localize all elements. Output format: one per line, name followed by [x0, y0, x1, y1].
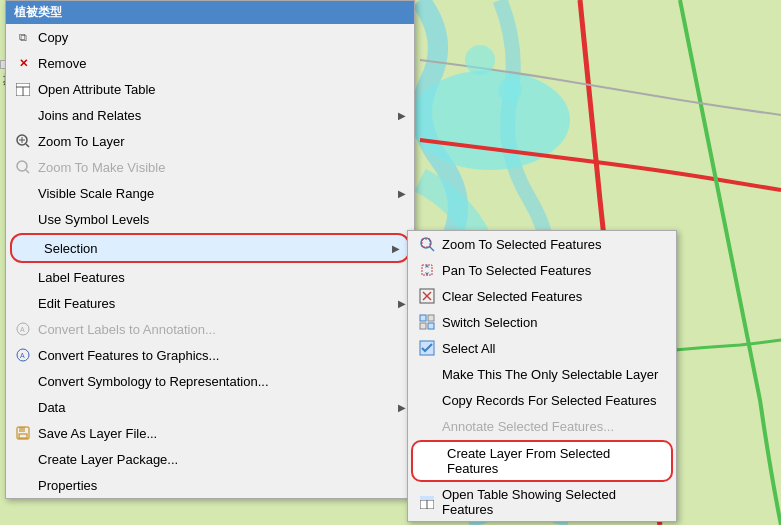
- selection-arrow-icon: ▶: [392, 243, 400, 254]
- menu-item-properties[interactable]: Properties: [6, 472, 414, 498]
- menu-item-edit-features[interactable]: Edit Features ▶: [6, 290, 414, 316]
- menu-label-symbol-levels: Use Symbol Levels: [38, 212, 406, 227]
- svg-point-19: [17, 161, 27, 171]
- menu-item-zoom-layer[interactable]: Zoom To Layer: [6, 128, 414, 154]
- menu-label-save-layer: Save As Layer File...: [38, 426, 406, 441]
- svg-text:A: A: [20, 326, 25, 333]
- menu-item-label-features[interactable]: Label Features: [6, 264, 414, 290]
- create-layer-icon: [423, 452, 441, 470]
- copy-records-icon: [418, 391, 436, 409]
- menu-label-convert-symbology: Convert Symbology to Representation...: [38, 374, 406, 389]
- only-selectable-icon: [418, 365, 436, 383]
- svg-point-3: [465, 45, 495, 75]
- svg-line-20: [26, 170, 29, 173]
- menu-item-joins-relates[interactable]: Joins and Relates ▶: [6, 102, 414, 128]
- submenu-item-create-layer[interactable]: Create Layer From Selected Features: [411, 440, 673, 482]
- menu-item-copy[interactable]: ⧉ Copy: [6, 24, 414, 50]
- edit-features-icon: [14, 294, 32, 312]
- joins-icon: [14, 106, 32, 124]
- menu-label-label-features: Label Features: [38, 270, 406, 285]
- submenu-label-zoom-selected: Zoom To Selected Features: [442, 237, 666, 252]
- save-layer-icon: [14, 424, 32, 442]
- submenu-label-select-all: Select All: [442, 341, 666, 356]
- submenu-item-only-selectable[interactable]: Make This The Only Selectable Layer: [408, 361, 676, 387]
- menu-label-selection: Selection: [44, 241, 386, 256]
- x-icon: ✕: [14, 54, 32, 72]
- menu-label-convert-graphics: Convert Features to Graphics...: [38, 348, 406, 363]
- menu-item-data[interactable]: Data ▶: [6, 394, 414, 420]
- create-package-icon: [14, 450, 32, 468]
- menu-item-open-attr-table[interactable]: Open Attribute Table: [6, 76, 414, 102]
- convert-symbology-icon: [14, 372, 32, 390]
- menu-item-zoom-visible[interactable]: Zoom To Make Visible: [6, 154, 414, 180]
- annotate-selected-icon: [418, 417, 436, 435]
- svg-line-29: [430, 247, 434, 251]
- data-arrow-icon: ▶: [398, 402, 406, 413]
- submenu-item-clear-selected[interactable]: Clear Selected Features: [408, 283, 676, 309]
- menu-item-convert-annotation[interactable]: A Convert Labels to Annotation...: [6, 316, 414, 342]
- properties-icon: [14, 476, 32, 494]
- menu-item-convert-graphics[interactable]: A Convert Features to Graphics...: [6, 342, 414, 368]
- submenu-label-create-layer: Create Layer From Selected Features: [447, 446, 661, 476]
- menu-label-joins: Joins and Relates: [38, 108, 392, 123]
- svg-line-16: [26, 144, 29, 147]
- submenu-label-annotate-selected: Annotate Selected Features...: [442, 419, 666, 434]
- svg-rect-35: [420, 315, 426, 321]
- menu-label-remove: Remove: [38, 56, 406, 71]
- submenu-label-copy-records: Copy Records For Selected Features: [442, 393, 666, 408]
- convert-annotation-icon: A: [14, 320, 32, 338]
- context-menu: 植被类型 ⧉ Copy ✕ Remove Open Attribute Tabl…: [5, 0, 415, 499]
- menu-item-remove[interactable]: ✕ Remove: [6, 50, 414, 76]
- submenu-item-open-table-selected[interactable]: Open Table Showing Selected Features: [408, 483, 676, 521]
- joins-arrow-icon: ▶: [398, 110, 406, 121]
- submenu-item-zoom-selected[interactable]: Zoom To Selected Features: [408, 231, 676, 257]
- table-icon: [14, 80, 32, 98]
- submenu-item-pan-selected[interactable]: Pan To Selected Features: [408, 257, 676, 283]
- submenu-item-switch-selection[interactable]: Switch Selection: [408, 309, 676, 335]
- menu-label-data: Data: [38, 400, 392, 415]
- label-features-icon: [14, 268, 32, 286]
- submenu-label-switch-selection: Switch Selection: [442, 315, 666, 330]
- menu-item-save-layer[interactable]: Save As Layer File...: [6, 420, 414, 446]
- menu-label-copy: Copy: [38, 30, 406, 45]
- submenu-item-copy-records[interactable]: Copy Records For Selected Features: [408, 387, 676, 413]
- zoom-selected-icon: [418, 235, 436, 253]
- svg-rect-38: [428, 315, 434, 321]
- menu-item-selection[interactable]: Selection ▶: [10, 233, 410, 263]
- submenu-item-annotate-selected[interactable]: Annotate Selected Features...: [408, 413, 676, 439]
- submenu-label-clear-selected: Clear Selected Features: [442, 289, 666, 304]
- svg-rect-43: [420, 496, 434, 500]
- menu-label-zoom-layer: Zoom To Layer: [38, 134, 406, 149]
- svg-rect-36: [428, 323, 434, 329]
- submenu-label-pan-selected: Pan To Selected Features: [442, 263, 666, 278]
- edit-features-arrow-icon: ▶: [398, 298, 406, 309]
- clear-selected-icon: [418, 287, 436, 305]
- visible-scale-arrow-icon: ▶: [398, 188, 406, 199]
- convert-graphics-icon: A: [14, 346, 32, 364]
- menu-item-create-package[interactable]: Create Layer Package...: [6, 446, 414, 472]
- menu-item-symbol-levels[interactable]: Use Symbol Levels: [6, 206, 414, 232]
- menu-label-convert-annotation: Convert Labels to Annotation...: [38, 322, 406, 337]
- pan-selected-icon: [418, 261, 436, 279]
- svg-rect-30: [422, 239, 430, 247]
- submenu-label-only-selectable: Make This The Only Selectable Layer: [442, 367, 666, 382]
- selection-icon: [20, 239, 38, 257]
- table-selected-icon: [418, 493, 436, 511]
- svg-point-4: [498, 78, 522, 102]
- select-all-icon: [418, 339, 436, 357]
- menu-item-convert-symbology[interactable]: Convert Symbology to Representation...: [6, 368, 414, 394]
- menu-label-edit-features: Edit Features: [38, 296, 392, 311]
- menu-label-visible-scale: Visible Scale Range: [38, 186, 392, 201]
- submenu-item-select-all[interactable]: Select All: [408, 335, 676, 361]
- zoom-visible-icon: [14, 158, 32, 176]
- svg-rect-27: [19, 434, 27, 438]
- copy-icon: ⧉: [14, 28, 32, 46]
- data-icon: [14, 398, 32, 416]
- menu-header: 植被类型: [6, 1, 414, 24]
- submenu-label-open-table-selected: Open Table Showing Selected Features: [442, 487, 666, 517]
- menu-item-visible-scale[interactable]: Visible Scale Range ▶: [6, 180, 414, 206]
- header-title: 植被类型: [14, 4, 62, 21]
- menu-label-zoom-visible: Zoom To Make Visible: [38, 160, 406, 175]
- svg-rect-26: [19, 427, 25, 432]
- visible-scale-icon: [14, 184, 32, 202]
